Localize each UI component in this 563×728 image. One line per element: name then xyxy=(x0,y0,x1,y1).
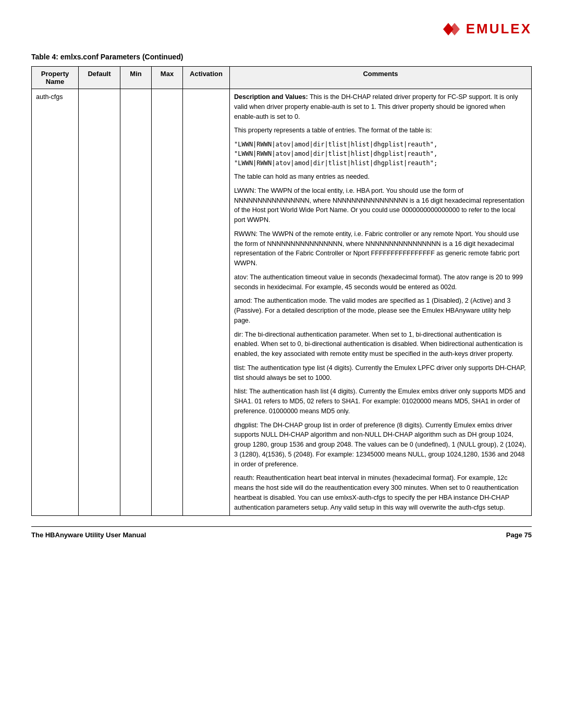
property-name-cell: auth-cfgs xyxy=(32,89,79,516)
table-row: auth-cfgs Description and Values: This i… xyxy=(32,89,532,516)
default-cell xyxy=(79,89,120,516)
code-line-2: "LWWN|RWWN|atov|amod|dir|tlist|hlist|dhg… xyxy=(234,150,437,157)
logo-icon xyxy=(441,21,462,36)
description-para: Description and Values: This is the DH-C… xyxy=(234,92,527,121)
para10: dhgplist: The DH-CHAP group list in orde… xyxy=(234,421,527,470)
header-comments: Comments xyxy=(230,67,532,89)
description-label: Description and Values: xyxy=(234,93,308,101)
header-activation: Activation xyxy=(183,67,230,89)
code-block: "LWWN|RWWN|atov|amod|dir|tlist|hlist|dhg… xyxy=(234,140,527,168)
header-min: Min xyxy=(120,67,152,89)
para1: This property represents a table of entr… xyxy=(234,126,527,135)
code-line-1: "LWWN|RWWN|atov|amod|dir|tlist|hlist|dhg… xyxy=(234,141,437,148)
para4: RWWN: The WWPN of the remote entity, i.e… xyxy=(234,229,527,268)
activation-cell xyxy=(183,89,230,516)
para11: reauth: Reauthentication heart beat inte… xyxy=(234,473,527,512)
svg-marker-1 xyxy=(449,23,460,35)
header-max: Max xyxy=(152,67,183,89)
para6: amod: The authentication mode. The valid… xyxy=(234,296,527,325)
min-cell xyxy=(120,89,152,516)
code-line-3: "LWWN|RWWN|atov|amod|dir|tlist|hlist|dhg… xyxy=(234,159,437,167)
footer-right-text: Page 75 xyxy=(506,531,532,539)
para8: tlist: The authentication type list (4 d… xyxy=(234,363,527,383)
para2: The table can hold as many entries as ne… xyxy=(234,172,527,182)
para5: atov: The authentication timeout value i… xyxy=(234,273,527,292)
comments-content: Description and Values: This is the DH-C… xyxy=(234,92,527,512)
company-logo: EMULEX xyxy=(441,21,532,37)
page-footer: The HBAnyware Utility User Manual Page 7… xyxy=(31,526,532,539)
para7: dir: The bi-directional authentication p… xyxy=(234,330,527,359)
header-property-name: Property Name xyxy=(32,67,79,89)
max-cell xyxy=(152,89,183,516)
footer-left-text: The HBAnyware Utility User Manual xyxy=(31,531,146,539)
table-header-row: Property Name Default Min Max Activation… xyxy=(32,67,532,89)
header-default: Default xyxy=(79,67,120,89)
para3: LWWN: The WWPN of the local entity, i.e.… xyxy=(234,186,527,225)
logo-name: EMULEX xyxy=(466,21,532,37)
table-title: Table 4: emlxs.conf Parameters (Continue… xyxy=(31,53,532,61)
para9: hlist: The authentication hash list (4 d… xyxy=(234,387,527,416)
page: EMULEX Table 4: emlxs.conf Parameters (C… xyxy=(0,0,563,728)
comments-cell: Description and Values: This is the DH-C… xyxy=(230,89,532,516)
logo-container: EMULEX xyxy=(31,21,532,37)
parameters-table: Property Name Default Min Max Activation… xyxy=(31,66,532,516)
